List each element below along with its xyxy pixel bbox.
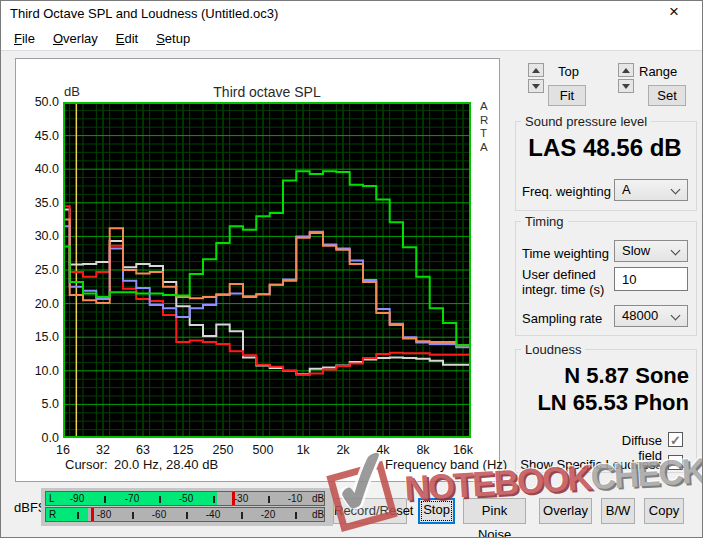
y-tick-label: 45.0 <box>23 129 59 143</box>
meter-scale-number: -70 <box>120 493 144 504</box>
range-spin-down-button[interactable] <box>618 79 634 93</box>
x-tick-label: 4k <box>366 443 400 457</box>
meter-peak-marker <box>232 492 235 505</box>
meter-scale-tick <box>186 512 188 519</box>
meter-unit-label: dB <box>312 509 324 520</box>
arta-letter: R <box>480 114 488 126</box>
meter-scale-tick <box>159 496 161 503</box>
freq-weighting-select[interactable]: A <box>614 179 688 201</box>
arta-letter: A <box>480 141 488 153</box>
menu-bar: FileOverlayEditSetup <box>1 27 702 51</box>
up-arrow-icon <box>532 68 540 73</box>
meter-scale-tick <box>104 496 106 503</box>
x-tick-label: 63 <box>126 443 160 457</box>
record-reset-button[interactable]: Record/Reset <box>333 498 407 524</box>
y-tick-label: 20.0 <box>23 297 59 311</box>
menu-item-overlay[interactable]: Overlay <box>44 28 107 49</box>
loudness-group-title: Loudness <box>521 342 585 357</box>
meter-row-r: R-80-60-40-20dB <box>45 507 325 522</box>
cursor-readout-value: 20.0 Hz, 28.40 dB <box>114 457 218 472</box>
menu-item-file[interactable]: File <box>5 28 44 49</box>
down-arrow-icon <box>532 84 540 89</box>
x-tick-label: 32 <box>86 443 120 457</box>
meter-scale-number: -80 <box>92 509 116 520</box>
meter-peak-marker <box>91 508 94 521</box>
freq-weighting-value: A <box>622 182 631 197</box>
copy-button[interactable]: Copy <box>644 498 684 524</box>
y-tick-label: 40.0 <box>23 162 59 176</box>
meter-unit-label: dB <box>312 493 324 504</box>
meter-scale-number: -90 <box>65 493 89 504</box>
top-label: Top <box>558 64 579 79</box>
sampling-rate-label: Sampling rate <box>522 311 602 326</box>
y-tick-label: 5.0 <box>23 397 59 411</box>
meter-channel-label: R <box>49 509 56 520</box>
sampling-rate-select[interactable]: 48000 <box>614 305 688 327</box>
down-arrow-icon <box>622 84 630 89</box>
arta-letter: T <box>480 127 487 139</box>
top-spin-up-button[interactable] <box>528 63 544 77</box>
app-window: Third Octave SPL and Loudness (Untitled.… <box>0 0 703 538</box>
b-w-button[interactable]: B/W <box>601 498 635 524</box>
meter-scale-tick <box>268 496 270 503</box>
integr-time-input[interactable]: 10 <box>614 267 688 291</box>
y-tick-label: 35.0 <box>23 196 59 210</box>
up-arrow-icon <box>622 68 630 73</box>
spl-group-title: Sound pressure level <box>521 114 651 129</box>
x-tick-label: 500 <box>246 443 280 457</box>
set-button[interactable]: Set <box>648 85 686 106</box>
chevron-down-icon <box>671 311 681 321</box>
title-bar: Third Octave SPL and Loudness (Untitled.… <box>1 1 702 27</box>
top-spin-down-button[interactable] <box>528 79 544 93</box>
menu-item-setup[interactable]: Setup <box>147 28 199 49</box>
time-weighting-label: Time weighting <box>522 246 609 261</box>
fit-button[interactable]: Fit <box>548 85 586 106</box>
x-tick-label: 16 <box>46 443 80 457</box>
y-tick-label: 25.0 <box>23 263 59 277</box>
integr-time-label-line1: User defined <box>522 267 596 282</box>
chevron-down-icon <box>671 185 681 195</box>
y-tick-label: 15.0 <box>23 330 59 344</box>
check-icon: ✓ <box>670 433 681 448</box>
range-spin-up-button[interactable] <box>618 63 634 77</box>
meter-row-l: L-90-70-50-30-10dB <box>45 491 325 506</box>
timing-group-title: Timing <box>521 214 568 229</box>
x-tick-label: 16k <box>446 443 480 457</box>
show-specific-loudness-label: Show Specific Loudness <box>514 457 662 472</box>
loudness-n-value: N 5.87 Sone <box>521 363 689 389</box>
meter-scale-number: -60 <box>147 509 171 520</box>
x-tick-label: 1k <box>286 443 320 457</box>
y-tick-label: 50.0 <box>23 95 59 109</box>
menu-item-edit[interactable]: Edit <box>107 28 147 49</box>
y-tick-label: 10.0 <box>23 364 59 378</box>
meter-scale-number: -40 <box>201 509 225 520</box>
x-tick-label: 250 <box>206 443 240 457</box>
integr-time-label-line2: integr. time (s) <box>522 282 604 297</box>
range-label: Range <box>639 64 677 79</box>
arta-letter: A <box>480 100 488 112</box>
chevron-down-icon <box>671 246 681 256</box>
meter-scale-number: -50 <box>174 493 198 504</box>
stop-button[interactable]: Stop <box>418 498 455 524</box>
time-weighting-select[interactable]: Slow <box>614 240 688 262</box>
spl-plot[interactable] <box>63 102 471 438</box>
diffuse-field-checkbox[interactable]: ✓ <box>668 432 683 447</box>
chart-title: Third octave SPL <box>63 84 471 100</box>
overlay-button[interactable]: Overlay <box>539 498 592 524</box>
x-tick-label: 125 <box>166 443 200 457</box>
meter-scale-number: -10 <box>283 493 307 504</box>
x-axis-label: Frequency band (Hz) <box>385 457 507 472</box>
meter-scale-tick <box>77 512 79 519</box>
pink-noise-button[interactable]: Pink Noise <box>463 498 526 524</box>
y-axis-unit-label: dB <box>64 84 80 99</box>
freq-weighting-label: Freq. weighting <box>522 184 611 199</box>
window-title: Third Octave SPL and Loudness (Untitled.… <box>10 6 278 21</box>
close-icon[interactable]: × <box>660 2 688 26</box>
loudness-ln-value: LN 65.53 Phon <box>521 390 689 416</box>
meter-scale-tick <box>295 512 297 519</box>
sampling-rate-value: 48000 <box>622 308 658 323</box>
y-tick-label: 30.0 <box>23 229 59 243</box>
show-specific-loudness-checkbox[interactable] <box>668 455 683 470</box>
time-weighting-value: Slow <box>622 243 650 258</box>
x-tick-label: 8k <box>406 443 440 457</box>
